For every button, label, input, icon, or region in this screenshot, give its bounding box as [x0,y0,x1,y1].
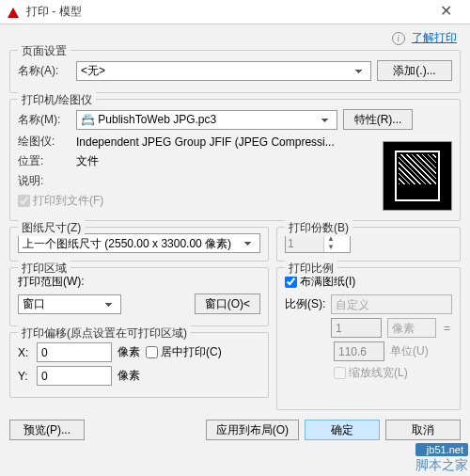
description-label: 说明: [18,173,70,189]
offset-group: 打印偏移(原点设置在可打印区域) X: 像素 居中打印(C) Y: 像素 [9,332,269,398]
copies-legend: 打印份数(B) [285,220,352,236]
copies-group: 打印份数(B) ▲▼ [276,227,461,262]
printer-group: 打印机/绘图仪 名称(M): 📇 PublishToWeb JPG.pc3 特性… [9,99,461,221]
spin-down-icon: ▼ [324,244,337,252]
plotter-label: 绘图仪: [18,134,70,150]
paper-size-select[interactable]: 上一个图纸尺寸 (2550.00 x 3300.00 像素) [18,233,260,253]
ok-button[interactable]: 确定 [305,420,380,440]
print-to-file-input [18,195,30,207]
lineweight-input [334,367,346,379]
print-area-group: 打印区域 打印范围(W): 窗口 窗口(O)< [9,267,269,326]
copies-input [286,234,323,252]
cancel-button[interactable]: 取消 [385,420,461,440]
offset-legend: 打印偏移(原点设置在可打印区域) [18,325,191,341]
printer-name-select[interactable]: 📇 PublishToWeb JPG.pc3 [76,110,337,130]
page-setup-group: 页面设置 名称(A): <无> 添加(.)... [9,50,461,93]
scale-legend: 打印比例 [285,261,337,277]
scale-unit-1: 像素 [387,318,436,338]
location-value: 文件 [76,153,99,169]
window-button[interactable]: 窗口(O)< [195,294,260,314]
paper-preview-icon [383,141,452,211]
close-button[interactable]: ✕ [427,0,464,24]
scale-group: 打印比例 布满图纸(I) 比例(S): 自定义 像素 = [276,267,461,410]
equals-icon: = [444,322,450,335]
x-input[interactable] [37,342,112,362]
print-to-file-checkbox: 打印到文件(F) [18,193,103,209]
center-checkbox[interactable]: 居中打印(C) [146,344,222,360]
y-label: Y: [18,370,31,383]
print-area-legend: 打印区域 [18,261,70,277]
scale-value-2 [334,341,384,361]
add-button[interactable]: 添加(.)... [377,60,452,81]
copies-spinner: ▲▼ [285,233,351,253]
paper-size-legend: 图纸尺寸(Z) [18,220,85,236]
center-input[interactable] [146,346,158,358]
fit-input[interactable] [285,276,297,288]
learn-row: i 了解打印 [9,28,461,50]
printer-legend: 打印机/绘图仪 [18,92,96,108]
plotter-value: Independent JPEG Group JFIF (JPEG Compre… [76,135,349,149]
watermark-brand: 脚本之家 [415,457,468,474]
watermark: jb51.net 脚本之家 [415,443,468,474]
properties-button[interactable]: 特性(R)... [343,109,413,130]
page-name-select[interactable]: <无> [76,61,371,81]
x-unit: 像素 [118,344,140,360]
scale-value-1 [331,318,382,338]
lineweight-checkbox: 缩放线宽(L) [334,365,408,381]
preview-button[interactable]: 预览(P)... [9,420,85,440]
watermark-url: jb51.net [415,443,468,456]
x-label: X: [18,346,31,359]
apply-button[interactable]: 应用到布局(O) [206,420,299,440]
page-setup-legend: 页面设置 [18,43,70,59]
y-unit: 像素 [118,368,140,384]
page-name-label: 名称(A): [18,63,70,79]
button-row: 预览(P)... 应用到布局(O) 确定 取消 [0,416,470,444]
learn-print-link[interactable]: 了解打印 [412,31,457,44]
printer-name-label: 名称(M): [18,112,70,128]
y-input[interactable] [37,366,112,386]
location-label: 位置: [18,153,70,169]
scale-unit-2: 单位(U) [390,343,429,359]
paper-size-group: 图纸尺寸(Z) 上一个图纸尺寸 (2550.00 x 3300.00 像素) [9,227,269,262]
ratio-label: 比例(S): [285,296,325,312]
app-logo-icon [6,5,21,20]
titlebar: 打印 - 模型 ✕ [0,0,470,24]
window-title: 打印 - 模型 [26,4,427,20]
ratio-select: 自定义 [331,294,452,314]
range-select[interactable]: 窗口 [18,294,121,314]
info-icon: i [392,32,405,45]
